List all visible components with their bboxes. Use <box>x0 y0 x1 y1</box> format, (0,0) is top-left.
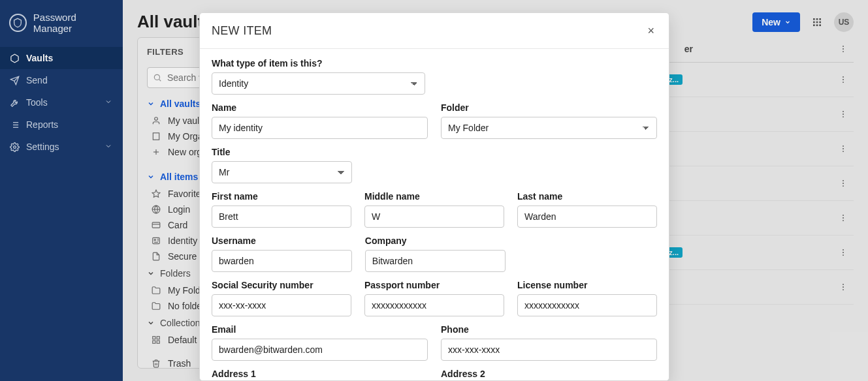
title-label: Title <box>212 147 657 157</box>
modal-title: NEW ITEM <box>212 24 272 38</box>
phone-input[interactable] <box>441 339 657 361</box>
folder-label: Folder <box>441 102 657 113</box>
ssn-input[interactable] <box>212 294 351 316</box>
phone-label: Phone <box>441 324 657 335</box>
name-label: Name <box>212 102 428 113</box>
title-select[interactable]: Mr <box>212 161 352 183</box>
type-label: What type of item is this? <box>212 58 657 69</box>
last-name-input[interactable] <box>517 206 657 228</box>
type-select[interactable]: Identity <box>212 72 425 95</box>
middle-name-input[interactable] <box>364 206 504 228</box>
first-name-input[interactable] <box>212 206 351 228</box>
ssn-label: Social Security number <box>212 280 351 290</box>
first-name-label: First name <box>212 191 351 202</box>
folder-select[interactable]: My Folder <box>441 117 657 139</box>
name-input[interactable] <box>212 117 428 139</box>
close-icon[interactable]: × <box>645 23 657 38</box>
address1-label: Address 1 <box>212 369 428 379</box>
modal-body: What type of item is this? Identity Name… <box>200 49 669 381</box>
username-input[interactable] <box>212 250 352 272</box>
license-input[interactable] <box>517 294 657 316</box>
email-input[interactable] <box>212 339 428 361</box>
license-label: License number <box>517 280 657 290</box>
modal-header: NEW ITEM × <box>200 13 669 49</box>
username-label: Username <box>212 236 352 246</box>
passport-input[interactable] <box>364 294 504 316</box>
middle-name-label: Middle name <box>364 191 504 202</box>
last-name-label: Last name <box>517 191 657 202</box>
passport-label: Passport number <box>364 280 504 290</box>
company-input[interactable] <box>365 250 506 272</box>
new-item-modal: NEW ITEM × What type of item is this? Id… <box>199 12 669 381</box>
company-label: Company <box>365 236 506 246</box>
address2-label: Address 2 <box>441 369 657 379</box>
email-label: Email <box>212 324 428 335</box>
